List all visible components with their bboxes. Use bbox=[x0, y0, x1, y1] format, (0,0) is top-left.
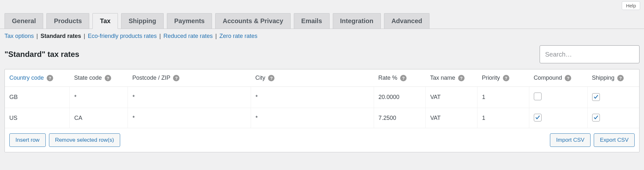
cell-state[interactable]: * bbox=[70, 87, 128, 108]
separator: | bbox=[159, 33, 161, 40]
subnav-link[interactable]: Zero rate rates bbox=[219, 33, 257, 40]
search-input[interactable] bbox=[540, 45, 639, 63]
cell-taxname[interactable]: VAT bbox=[426, 108, 477, 128]
cell-city[interactable]: * bbox=[251, 108, 374, 128]
cell-compound bbox=[529, 108, 587, 128]
col-header-country[interactable]: Country code ? bbox=[5, 69, 70, 87]
col-header-shipping: Shipping ? bbox=[587, 69, 639, 87]
help-icon[interactable]: ? bbox=[503, 75, 509, 81]
remove-rows-button[interactable]: Remove selected row(s) bbox=[49, 133, 120, 147]
col-header-rate: Rate % ? bbox=[374, 69, 426, 87]
help-icon[interactable]: ? bbox=[458, 75, 465, 81]
col-header-postcode: Postcode / ZIP ? bbox=[128, 69, 251, 87]
tab-general[interactable]: General bbox=[5, 13, 43, 29]
cell-state[interactable]: CA bbox=[70, 108, 128, 128]
col-label: Rate % bbox=[378, 75, 397, 81]
tab-emails[interactable]: Emails bbox=[294, 13, 329, 29]
col-header-compound: Compound ? bbox=[529, 69, 587, 87]
help-button[interactable]: Help bbox=[622, 1, 640, 10]
tab-tax[interactable]: Tax bbox=[92, 13, 118, 29]
cell-country[interactable]: US bbox=[5, 108, 70, 128]
col-header-taxname: Tax name ? bbox=[426, 69, 477, 87]
help-icon[interactable]: ? bbox=[565, 75, 571, 81]
cell-taxname[interactable]: VAT bbox=[426, 87, 477, 108]
subnav-link[interactable]: Tax options bbox=[5, 33, 34, 40]
cell-country[interactable]: GB bbox=[5, 87, 70, 108]
settings-tabs: GeneralProductsTaxShippingPaymentsAccoun… bbox=[0, 13, 644, 29]
col-label: State code bbox=[74, 75, 102, 81]
separator: | bbox=[36, 33, 38, 40]
page-title: "Standard" tax rates bbox=[5, 50, 79, 59]
help-icon[interactable]: ? bbox=[173, 75, 179, 81]
tab-payments[interactable]: Payments bbox=[167, 13, 212, 29]
col-label: City bbox=[255, 75, 265, 81]
shipping-checkbox[interactable] bbox=[592, 93, 600, 101]
col-label: Country code bbox=[9, 75, 44, 81]
insert-row-button[interactable]: Insert row bbox=[9, 133, 46, 147]
col-label: Shipping bbox=[592, 75, 614, 81]
subnav-link[interactable]: Eco-friendly products rates bbox=[88, 33, 157, 40]
col-label: Compound bbox=[533, 75, 562, 81]
cell-compound bbox=[529, 87, 587, 108]
tab-accounts-privacy[interactable]: Accounts & Privacy bbox=[215, 13, 291, 29]
cell-postcode[interactable]: * bbox=[128, 108, 251, 128]
export-csv-button[interactable]: Export CSV bbox=[594, 133, 635, 147]
subnav-current: Standard rates bbox=[41, 33, 81, 40]
cell-rate[interactable]: 20.0000 bbox=[374, 87, 426, 108]
table-row[interactable]: USCA**7.2500VAT1 bbox=[5, 108, 639, 128]
cell-city[interactable]: * bbox=[251, 87, 374, 108]
col-header-priority: Priority ? bbox=[477, 69, 529, 87]
col-label: Priority bbox=[482, 75, 500, 81]
tab-integration[interactable]: Integration bbox=[333, 13, 381, 29]
cell-rate[interactable]: 7.2500 bbox=[374, 108, 426, 128]
separator: | bbox=[215, 33, 217, 40]
compound-checkbox[interactable] bbox=[534, 93, 542, 100]
compound-checkbox[interactable] bbox=[534, 114, 542, 121]
tab-products[interactable]: Products bbox=[46, 13, 89, 29]
cell-shipping bbox=[587, 108, 639, 128]
tax-rates-table: Country code ? State code ? Postcode / Z… bbox=[5, 69, 639, 152]
subnav-link[interactable]: Reduced rate rates bbox=[163, 33, 213, 40]
cell-priority[interactable]: 1 bbox=[477, 108, 529, 128]
col-header-city: City ? bbox=[251, 69, 374, 87]
help-icon[interactable]: ? bbox=[47, 75, 53, 81]
cell-postcode[interactable]: * bbox=[128, 87, 251, 108]
help-icon[interactable]: ? bbox=[617, 75, 624, 81]
help-icon[interactable]: ? bbox=[400, 75, 407, 81]
help-icon[interactable]: ? bbox=[105, 75, 111, 81]
separator: | bbox=[84, 33, 85, 40]
tab-advanced[interactable]: Advanced bbox=[384, 13, 430, 29]
cell-priority[interactable]: 1 bbox=[477, 87, 529, 108]
tab-shipping[interactable]: Shipping bbox=[121, 13, 164, 29]
tax-sub-nav: Tax options|Standard rates|Eco-friendly … bbox=[0, 29, 644, 45]
help-icon[interactable]: ? bbox=[268, 75, 274, 81]
col-header-state: State code ? bbox=[70, 69, 128, 87]
cell-shipping bbox=[587, 87, 639, 108]
col-label: Postcode / ZIP bbox=[132, 75, 170, 81]
shipping-checkbox[interactable] bbox=[592, 114, 600, 121]
table-row[interactable]: GB***20.0000VAT1 bbox=[5, 87, 639, 108]
col-label: Tax name bbox=[430, 75, 455, 81]
import-csv-button[interactable]: Import CSV bbox=[550, 133, 591, 147]
